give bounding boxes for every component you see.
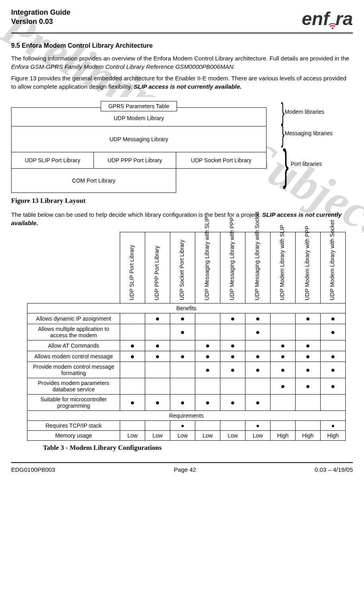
cell xyxy=(245,340,271,351)
para3-text: The table below can be used to help deci… xyxy=(11,211,262,218)
cell xyxy=(145,421,170,431)
cell: ● xyxy=(195,340,220,351)
cell xyxy=(296,324,321,340)
col-header: UDP Modem Library with PPP xyxy=(296,232,321,303)
cell xyxy=(195,324,220,340)
cell xyxy=(296,421,321,431)
para1-ref: Enfora GSM-GPRS Family Modem Control Lib… xyxy=(11,63,235,70)
table-caption: Table 3 - Modem Library Configurations xyxy=(43,444,353,452)
col-header: UDP SLIP Port Library xyxy=(120,232,145,303)
col-header: UDP Messaging Library with Socket xyxy=(245,232,271,303)
paragraph-3: The table below can be used to help deci… xyxy=(11,210,353,227)
cell xyxy=(245,378,271,395)
annot-port: Port libraries xyxy=(291,161,322,167)
cell xyxy=(170,362,195,378)
cell xyxy=(145,378,170,395)
cell xyxy=(145,362,170,378)
cell: ● xyxy=(296,340,321,351)
cell: ● xyxy=(170,421,195,431)
cell: Low xyxy=(170,431,195,441)
socket-port-lib: UDP Socket Port Library xyxy=(176,152,267,169)
logo-text-post: ra xyxy=(336,8,353,29)
requirements-header: Requirements xyxy=(27,411,346,421)
paragraph-1: The following information provides an ov… xyxy=(11,54,353,71)
cell: ● xyxy=(195,351,220,362)
cell xyxy=(220,324,245,340)
benefits-header: Benefits xyxy=(27,303,346,313)
cell xyxy=(170,378,195,395)
cell: High xyxy=(271,431,296,441)
cell: Low xyxy=(245,431,271,441)
row-label: Allow AT Commands xyxy=(27,340,120,351)
annot-modem: Modem libraries xyxy=(284,109,324,115)
row-label: Allows dynamic IP assignment xyxy=(27,313,120,324)
com-port-lib: COM Port Library xyxy=(12,169,176,193)
cell xyxy=(271,421,296,431)
col-header: UDP Modem Library with SLIP xyxy=(271,232,296,303)
footer-left: EDG0100PB003 xyxy=(11,466,55,473)
cell: ● xyxy=(245,324,271,340)
cell: ● xyxy=(296,378,321,395)
cell: ● xyxy=(245,421,271,431)
cell xyxy=(220,421,245,431)
cell: ● xyxy=(145,351,170,362)
cell: Low xyxy=(120,431,145,441)
logo-text-pre: enf xyxy=(302,8,329,29)
cell: ● xyxy=(296,313,321,324)
footer-center: Page 42 xyxy=(174,466,196,473)
cell xyxy=(271,313,296,324)
cell: ● xyxy=(271,340,296,351)
svg-point-0 xyxy=(331,27,333,29)
cell: Low xyxy=(195,431,220,441)
col-header: UDP Messaging Library with PPP xyxy=(220,232,245,303)
cell: ● xyxy=(170,351,195,362)
cell: ● xyxy=(271,362,296,378)
cell: ● xyxy=(220,340,245,351)
para2-note: SLIP access is not currently available. xyxy=(134,83,241,90)
figure-caption: Figure 13 Library Layout xyxy=(11,197,353,205)
cell xyxy=(120,421,145,431)
cell: ● xyxy=(245,351,271,362)
cell: ● xyxy=(321,421,346,431)
slip-port-lib: UDP SLIP Port Library xyxy=(12,152,94,169)
cell: ● xyxy=(296,351,321,362)
header-title-2: Version 0.03 xyxy=(11,17,70,26)
row-label: Provide modem control message formatting xyxy=(27,362,120,378)
cell: ● xyxy=(145,313,170,324)
row-label: Provides modem parameters database servi… xyxy=(27,378,120,395)
row-label: Suitable for microcontroller programming xyxy=(27,395,120,411)
cell: ● xyxy=(120,340,145,351)
row-label: Requires TCP/IP stack xyxy=(27,421,120,431)
cell: ● xyxy=(220,351,245,362)
section-heading: 9.5 Enfora Modem Control Library Archite… xyxy=(11,42,353,49)
col-header: UDP Messaging Library with SLIP xyxy=(195,232,220,303)
cell: ● xyxy=(145,395,170,411)
section-title: Enfora Modem Control Library Architectur… xyxy=(22,42,153,49)
cell: ● xyxy=(120,351,145,362)
col-header: UDP PPP Port Library xyxy=(145,232,170,303)
cell: ● xyxy=(271,351,296,362)
paragraph-2: Figure 13 provides the general embedded … xyxy=(11,74,353,91)
architecture-diagram: GPRS Parameters Table UDP Modem Library … xyxy=(11,97,353,193)
cell xyxy=(120,313,145,324)
diagram-annotations: }Modem libraries }Messaging libraries }P… xyxy=(267,97,333,184)
cell: ● xyxy=(245,395,271,411)
row-label: Allows multiple application to access th… xyxy=(27,324,120,340)
cell: ● xyxy=(195,395,220,411)
row-label: Memory usage xyxy=(27,431,120,441)
cell: ● xyxy=(271,378,296,395)
cell xyxy=(195,313,220,324)
cell: ● xyxy=(296,362,321,378)
cell xyxy=(195,378,220,395)
cell: ● xyxy=(170,313,195,324)
cell: ● xyxy=(145,340,170,351)
cell: High xyxy=(321,431,346,441)
col-header: UDP Socket Port Library xyxy=(170,232,195,303)
para1-text: The following information provides an ov… xyxy=(11,55,349,62)
cell: Low xyxy=(220,431,245,441)
cell xyxy=(120,362,145,378)
cell: ● xyxy=(321,351,346,362)
cell xyxy=(145,324,170,340)
enfora-logo: enf ra xyxy=(302,8,353,29)
cell xyxy=(120,324,145,340)
